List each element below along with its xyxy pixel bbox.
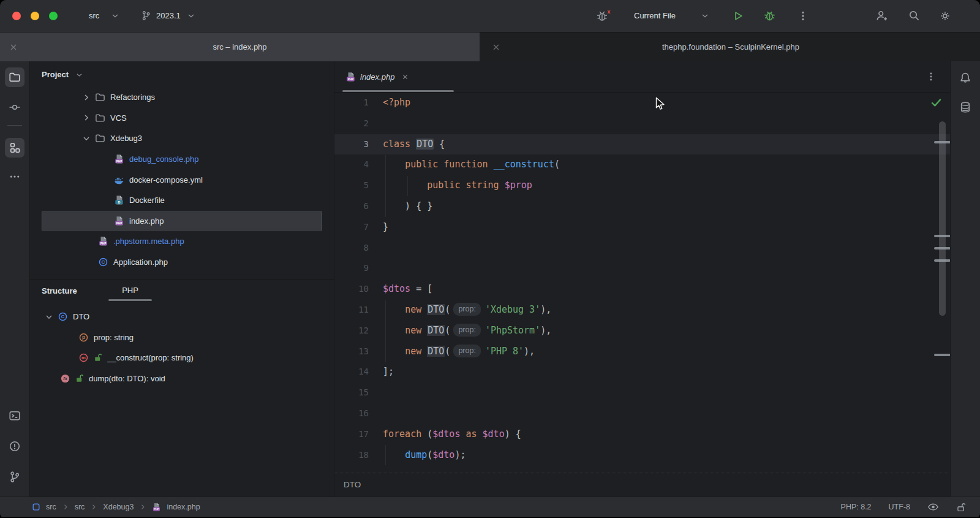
code-line[interactable]: 17foreach ($dtos as $dto) { [334, 424, 951, 445]
project-tree-item[interactable]: CApplication.php [29, 252, 334, 273]
line-number: 15 [334, 383, 369, 403]
chevron-right-icon [62, 503, 69, 511]
file-name: Application.php [113, 257, 168, 267]
debug-button[interactable] [763, 9, 776, 22]
terminal-tool-window-button[interactable] [5, 406, 24, 425]
project-tree-item[interactable]: PHPdebug_console.php [29, 149, 334, 170]
php-version-widget[interactable]: PHP: 8.2 [841, 503, 872, 511]
code-line[interactable]: 18 dump($dto); [334, 445, 951, 466]
status-breadcrumb-item[interactable]: src [46, 503, 56, 511]
status-breadcrumb-item[interactable]: src [75, 503, 85, 511]
more-tool-windows-button[interactable] [5, 167, 24, 186]
code-line[interactable]: 12 new DTO(prop:'PhpStorm'), [334, 321, 951, 341]
project-tree-item[interactable]: Xdebug3 [29, 128, 334, 149]
settings-gear-icon[interactable] [939, 10, 951, 22]
code-line[interactable]: 3class DTO { [334, 134, 951, 155]
project-panel-header[interactable]: Project [29, 61, 334, 87]
code-line[interactable]: 7} [334, 217, 951, 238]
structure-tree-item[interactable]: m__construct(prop: string) [29, 348, 334, 368]
code-line[interactable]: 4 public function __construct( [334, 154, 951, 175]
code-line[interactable]: 5 public string $prop [334, 175, 951, 196]
left-tool-window-strip [0, 61, 29, 497]
member-name: __construct(prop: string) [107, 353, 194, 362]
editor-breadcrumb[interactable]: DTO [334, 473, 951, 497]
more-actions-kebab-icon[interactable] [797, 10, 809, 22]
commit-icon [9, 101, 21, 113]
breadcrumb-item[interactable]: DTO [344, 480, 361, 489]
project-icon [32, 503, 40, 511]
code-line[interactable]: 14]; [334, 362, 951, 383]
minimize-button[interactable] [31, 12, 39, 20]
search-icon[interactable] [908, 10, 920, 21]
code-line[interactable]: 16 [334, 403, 951, 424]
active-tab-underline [108, 299, 152, 301]
encoding-widget[interactable]: UTF-8 [889, 503, 910, 511]
editor-scrollbar[interactable] [939, 121, 946, 316]
panel-divider[interactable] [334, 61, 334, 497]
structure-tree: CDTOpprop: stringm__construct(prop: stri… [29, 307, 334, 389]
project-tree-item[interactable]: VCS [29, 108, 334, 129]
project-tree-item[interactable]: PHPindex.php [29, 211, 334, 232]
run-button[interactable] [733, 10, 744, 21]
code-line[interactable]: 1<?php [334, 93, 951, 113]
code-line[interactable]: 8 [334, 238, 951, 259]
window-tab-src[interactable]: src – index.php [0, 32, 480, 62]
project-tree-item[interactable]: PHP.phpstorm.meta.php [29, 231, 334, 252]
scrollbar-mark [934, 354, 951, 356]
window-tab-thephp-foundation[interactable]: thephp.foundation – SculpinKernel.php [481, 32, 980, 62]
reader-mode-eye-icon[interactable] [927, 502, 939, 512]
project-tree-item[interactable]: DDockerfile [29, 190, 334, 211]
status-breadcrumb-item[interactable]: index.php [167, 503, 200, 511]
zoom-button[interactable] [49, 12, 58, 20]
panel-title: Project [42, 70, 69, 79]
php-file-icon: PHP [114, 216, 124, 226]
code-with-me-user-plus-icon[interactable] [876, 10, 888, 22]
structure-tree-item[interactable]: CDTO [29, 307, 334, 327]
line-number: 11 [334, 300, 369, 321]
code-line[interactable]: 6 ) { } [334, 196, 951, 217]
code-area[interactable]: 1<?php23class DTO {4 public function __c… [334, 93, 951, 473]
code-line[interactable]: 9 [334, 258, 951, 279]
window-tab-title: src – index.php [0, 32, 480, 62]
status-bar: srcsrcXdebug3PHPindex.php PHP: 8.2 UTF-8 [0, 497, 980, 517]
database-tool-window-button[interactable] [956, 97, 975, 117]
line-number: 14 [334, 362, 369, 383]
status-breadcrumb-item[interactable]: Xdebug3 [103, 503, 134, 511]
svg-text:m: m [81, 355, 86, 360]
member-name: DTO [73, 312, 89, 321]
close-button[interactable] [12, 12, 21, 20]
problems-tool-window-button[interactable] [5, 436, 24, 456]
debugger-off-icon[interactable]: x [595, 9, 611, 23]
code-line[interactable]: 13 new DTO(prop:'PHP 8'), [334, 341, 951, 362]
editor-options-kebab-icon[interactable] [926, 70, 936, 83]
structure-tree-item[interactable]: pprop: string [29, 327, 334, 348]
svg-text:p: p [82, 334, 85, 340]
code-line[interactable]: 2 [334, 113, 951, 134]
code-line[interactable]: 10$dtos = [ [334, 279, 951, 300]
commit-tool-window-button[interactable] [5, 97, 24, 117]
project-switcher[interactable]: src [89, 0, 99, 32]
version-control-tool-window-button[interactable] [5, 467, 24, 487]
file-writable-unlock-icon[interactable] [956, 502, 967, 512]
project-tree-item[interactable]: docker-compose.yml [29, 169, 334, 190]
notifications-tool-window-button[interactable] [956, 68, 975, 88]
run-configuration[interactable]: Current File [634, 0, 676, 32]
scrollbar-mark [934, 259, 951, 262]
line-number: 1 [334, 93, 369, 113]
chevron-down-icon [701, 13, 709, 18]
project-tree-item[interactable]: Refactorings [29, 87, 334, 108]
project-tool-window-button[interactable] [5, 67, 24, 87]
code-line[interactable]: 15 [334, 383, 951, 403]
close-icon[interactable] [401, 73, 409, 81]
branch-name[interactable]: 2023.1 [156, 0, 181, 32]
code-line[interactable]: 11 new DTO(prop:'Xdebug 3'), [334, 300, 951, 321]
parameter-inlay-hint: prop: [453, 324, 481, 337]
structure-tool-window-button[interactable] [5, 138, 24, 158]
line-number: 6 [334, 196, 369, 217]
property-icon: p [78, 332, 89, 343]
docker-icon [114, 175, 124, 185]
tab-php[interactable]: PHP [108, 281, 152, 300]
scrollbar-mark [934, 235, 951, 237]
structure-tree-item[interactable]: fxdump(dto: DTO): void [29, 368, 334, 389]
editor-tab-index-php[interactable]: PHP index.php [334, 61, 409, 93]
